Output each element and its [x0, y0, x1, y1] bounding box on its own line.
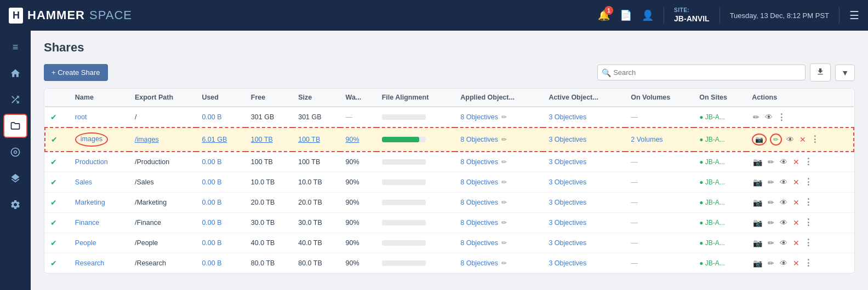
share-name-link[interactable]: Finance — [75, 219, 99, 227]
active-objectives-value[interactable]: 3 Objectives — [549, 199, 586, 206]
applied-objectives-value[interactable]: 8 Objectives — [460, 158, 498, 166]
camera-action-icon[interactable]: 📷 — [752, 237, 763, 248]
delete-action-icon[interactable]: ✕ — [792, 217, 801, 228]
edit-objectives-icon[interactable]: ✏ — [501, 239, 507, 247]
share-name-link[interactable]: Marketing — [75, 199, 105, 206]
view-action-icon[interactable]: 👁 — [779, 237, 789, 248]
more-actions-icon[interactable]: ⋮ — [804, 237, 813, 248]
applied-objectives-value[interactable]: 8 Objectives — [460, 199, 498, 206]
edit-objectives-icon[interactable]: ✏ — [501, 199, 507, 206]
cell-name[interactable]: Research — [70, 253, 129, 273]
edit-objectives-icon[interactable]: ✏ — [501, 259, 507, 267]
cell-name[interactable]: images — [70, 127, 129, 152]
sidebar-item-shuffle[interactable] — [3, 88, 27, 112]
notification-bell[interactable]: 🔔 1 — [598, 9, 610, 21]
cell-name[interactable]: Production — [70, 152, 129, 172]
edit-action-icon[interactable]: ✏ — [767, 197, 775, 208]
view-action-icon[interactable]: 👁 — [764, 112, 774, 123]
active-objectives-value[interactable]: 3 Objectives — [549, 219, 586, 227]
camera-action-icon[interactable]: 📷 — [752, 156, 763, 167]
applied-objectives-value[interactable]: 8 Objectives — [460, 113, 498, 121]
site-badge[interactable]: ● JB-A... — [699, 113, 725, 121]
applied-objectives-value[interactable]: 8 Objectives — [460, 219, 498, 227]
edit-action-icon[interactable]: ✏ — [770, 134, 782, 146]
volumes-value[interactable]: 2 Volumes — [631, 136, 663, 143]
more-actions-icon[interactable]: ⋮ — [777, 112, 786, 123]
site-badge[interactable]: ● JB-A... — [699, 239, 725, 247]
active-objectives-value[interactable]: 3 Objectives — [549, 158, 586, 166]
delete-action-icon[interactable]: ✕ — [792, 156, 801, 167]
applied-objectives-value[interactable]: 8 Objectives — [460, 259, 498, 267]
edit-objectives-icon[interactable]: ✏ — [501, 219, 507, 227]
more-actions-icon[interactable]: ⋮ — [810, 134, 819, 144]
applied-objectives-value[interactable]: 8 Objectives — [460, 178, 498, 186]
active-objectives-value[interactable]: 3 Objectives — [549, 113, 586, 121]
site-badge[interactable]: ● JB-A... — [699, 199, 725, 206]
share-name-link[interactable]: People — [75, 239, 96, 247]
camera-action-icon[interactable]: 📷 — [752, 217, 763, 228]
edit-action-icon[interactable]: ✏ — [767, 237, 775, 248]
sidebar-item-settings[interactable] — [3, 193, 27, 217]
edit-objectives-icon[interactable]: ✏ — [501, 136, 507, 143]
document-icon-btn[interactable]: 📄 — [620, 9, 632, 21]
view-action-icon[interactable]: 👁 — [779, 177, 789, 188]
more-actions-icon[interactable]: ⋮ — [804, 217, 813, 228]
applied-objectives-value[interactable]: 8 Objectives — [460, 136, 498, 143]
applied-objectives-value[interactable]: 8 Objectives — [460, 239, 498, 247]
user-icon-btn[interactable]: 👤 — [642, 9, 654, 21]
active-objectives-value[interactable]: 3 Objectives — [549, 136, 586, 143]
delete-action-icon[interactable]: ✕ — [792, 237, 801, 248]
delete-action-icon[interactable]: ✕ — [792, 197, 801, 208]
edit-action-icon[interactable]: ✏ — [767, 217, 775, 228]
view-action-icon[interactable]: 👁 — [785, 134, 795, 145]
sidebar-item-shares[interactable] — [3, 114, 27, 138]
edit-objectives-icon[interactable]: ✏ — [501, 178, 507, 186]
cell-name[interactable]: Finance — [70, 212, 129, 233]
sidebar-item-home[interactable] — [3, 61, 27, 85]
view-action-icon[interactable]: 👁 — [779, 217, 789, 228]
more-actions-icon[interactable]: ⋮ — [804, 177, 813, 187]
camera-action-icon[interactable]: 📷 — [752, 258, 763, 269]
share-name-link[interactable]: Production — [75, 158, 108, 166]
view-action-icon[interactable]: 👁 — [779, 156, 789, 167]
more-actions-icon[interactable]: ⋮ — [804, 156, 813, 167]
camera-action-icon[interactable]: 📷 — [752, 134, 767, 146]
active-objectives-value[interactable]: 3 Objectives — [549, 178, 586, 186]
export-button[interactable] — [810, 63, 831, 82]
active-objectives-value[interactable]: 3 Objectives — [549, 239, 586, 247]
search-input[interactable] — [597, 65, 806, 80]
edit-action-icon[interactable]: ✏ — [767, 258, 775, 269]
cell-name[interactable]: People — [70, 233, 129, 253]
site-badge[interactable]: ● JB-A... — [699, 259, 725, 267]
delete-action-icon[interactable]: ✕ — [792, 258, 801, 269]
edit-objectives-icon[interactable]: ✏ — [501, 158, 507, 166]
delete-action-icon[interactable]: ✕ — [792, 177, 801, 188]
dropdown-button[interactable]: ▼ — [835, 65, 855, 81]
sidebar-item-menu[interactable]: ≡ — [3, 35, 27, 59]
site-badge[interactable]: ● JB-A... — [699, 178, 725, 186]
camera-action-icon[interactable]: 📷 — [752, 197, 763, 208]
cell-name[interactable]: root — [70, 107, 129, 127]
sidebar-item-objectives[interactable] — [3, 140, 27, 164]
cell-name[interactable]: Sales — [70, 172, 129, 192]
edit-action-icon[interactable]: ✏ — [767, 177, 775, 188]
site-badge[interactable]: ● JB-A... — [699, 136, 725, 143]
edit-action-icon[interactable]: ✏ — [752, 112, 761, 123]
share-name-link[interactable]: images — [75, 132, 108, 147]
cell-name[interactable]: Marketing — [70, 192, 129, 212]
share-name-link[interactable]: Sales — [75, 178, 92, 186]
active-objectives-value[interactable]: 3 Objectives — [549, 259, 586, 267]
view-action-icon[interactable]: 👁 — [779, 258, 789, 269]
more-actions-icon[interactable]: ⋮ — [804, 258, 813, 268]
edit-action-icon[interactable]: ✏ — [767, 156, 775, 167]
share-name-link[interactable]: root — [75, 113, 87, 121]
site-badge[interactable]: ● JB-A... — [699, 219, 725, 227]
site-badge[interactable]: ● JB-A... — [699, 158, 725, 166]
nav-hamburger-icon[interactable]: ☰ — [849, 9, 859, 22]
delete-action-icon[interactable]: ✕ — [798, 134, 807, 145]
more-actions-icon[interactable]: ⋮ — [804, 197, 813, 207]
share-name-link[interactable]: Research — [75, 259, 105, 267]
create-share-button[interactable]: + Create Share — [44, 64, 108, 81]
view-action-icon[interactable]: 👁 — [779, 197, 789, 208]
edit-objectives-icon[interactable]: ✏ — [501, 113, 507, 121]
